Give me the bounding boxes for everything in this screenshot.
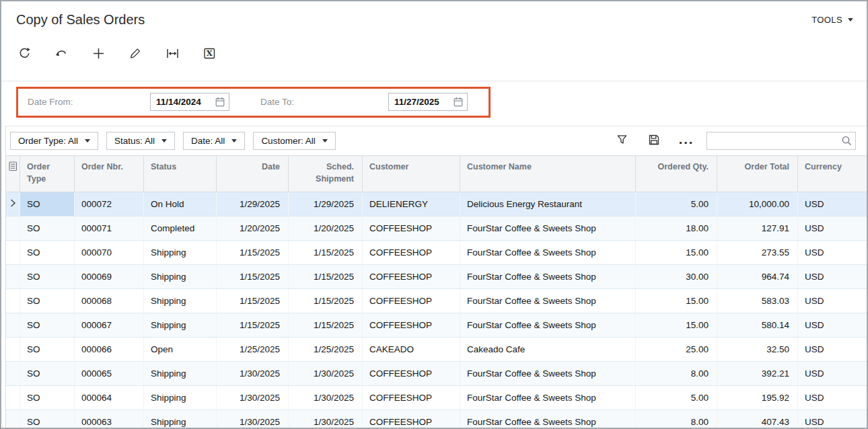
cell-orderNbr[interactable]: 000065 (75, 362, 144, 385)
cell-date[interactable]: 1/25/2025 (217, 338, 289, 361)
save-filter-button[interactable] (647, 134, 661, 148)
column-header-customer[interactable]: Customer (363, 156, 460, 192)
cell-currency[interactable]: USD (798, 410, 867, 429)
filter-date[interactable]: Date: All (183, 132, 245, 150)
cell-schedShipment[interactable]: 1/15/2025 (289, 313, 363, 337)
cell-orderedQty[interactable]: 18.00 (636, 217, 717, 240)
cell-customerName[interactable]: FourStar Coffee & Sweets Shop (460, 289, 636, 313)
cell-schedShipment[interactable]: 1/15/2025 (289, 241, 363, 264)
cell-schedShipment[interactable]: 1/25/2025 (289, 338, 363, 361)
cell-customer[interactable]: CAKEADO (363, 338, 460, 361)
column-header-date[interactable]: Date (217, 156, 289, 192)
cell-currency[interactable]: USD (798, 338, 867, 361)
cell-orderNbr[interactable]: 000070 (75, 241, 144, 264)
cell-orderedQty[interactable]: 8.00 (636, 362, 717, 385)
column-header-orderTotal[interactable]: Order Total (717, 156, 798, 192)
grid-search-input[interactable] (707, 132, 856, 150)
cell-orderedQty[interactable]: 5.00 (636, 386, 717, 410)
cell-orderedQty[interactable]: 25.00 (636, 338, 717, 361)
add-button[interactable] (92, 48, 106, 62)
cell-customerName[interactable]: FourStar Coffee & Sweets Shop (460, 241, 636, 264)
cell-orderNbr[interactable]: 000071 (75, 217, 144, 240)
cell-customer[interactable]: COFFEESHOP (363, 313, 460, 337)
cell-orderNbr[interactable]: 000072 (75, 192, 144, 216)
row-gutter[interactable] (6, 313, 20, 337)
calendar-icon[interactable] (215, 97, 225, 107)
cell-status[interactable]: Shipping (144, 289, 217, 313)
cell-status[interactable]: On Hold (144, 192, 217, 216)
table-row[interactable]: SO000065Shipping1/30/20251/30/2025COFFEE… (6, 362, 867, 386)
row-gutter[interactable] (6, 338, 20, 361)
cell-orderTotal[interactable]: 10,000.00 (717, 192, 798, 216)
cell-orderedQty[interactable]: 15.00 (636, 313, 717, 337)
cell-orderType[interactable]: SO (20, 338, 75, 361)
cell-orderTotal[interactable]: 32.50 (717, 338, 798, 361)
cell-orderType[interactable]: SO (20, 410, 75, 429)
cell-orderNbr[interactable]: 000063 (75, 410, 144, 429)
column-header-orderedQty[interactable]: Ordered Qty. (636, 156, 717, 192)
date-to-field[interactable] (388, 93, 468, 111)
cell-orderType[interactable]: SO (20, 241, 75, 264)
calendar-icon[interactable] (454, 97, 463, 107)
cell-customer[interactable]: COFFEESHOP (363, 241, 460, 264)
cell-orderTotal[interactable]: 580.14 (717, 313, 798, 337)
column-header-customerName[interactable]: Customer Name (460, 156, 636, 192)
cell-schedShipment[interactable]: 1/15/2025 (289, 265, 363, 288)
cell-orderedQty[interactable]: 30.00 (636, 265, 717, 288)
cell-orderType[interactable]: SO (20, 217, 75, 240)
undo-button[interactable] (55, 48, 69, 62)
more-options-button[interactable]: ... (680, 134, 693, 148)
table-row[interactable]: SO000069Shipping1/15/20251/15/2025COFFEE… (6, 265, 867, 289)
cell-orderType[interactable]: SO (20, 313, 75, 337)
cell-customerName[interactable]: Delicious Energy Restaurant (460, 192, 636, 216)
refresh-button[interactable] (17, 48, 32, 62)
cell-date[interactable]: 1/30/2025 (217, 386, 289, 410)
cell-status[interactable]: Open (144, 338, 217, 361)
row-gutter[interactable] (6, 362, 20, 385)
cell-orderedQty[interactable]: 8.00 (636, 410, 717, 429)
cell-date[interactable]: 1/29/2025 (217, 192, 289, 216)
filter-order-type[interactable]: Order Type: All (10, 132, 98, 150)
row-gutter[interactable] (6, 386, 20, 410)
cell-orderType[interactable]: SO (20, 265, 75, 288)
cell-currency[interactable]: USD (798, 217, 867, 240)
cell-status[interactable]: Completed (144, 217, 217, 240)
row-gutter[interactable] (6, 289, 20, 313)
column-header-orderNbr[interactable]: Order Nbr. (75, 156, 144, 192)
cell-customerName[interactable]: FourStar Coffee & Sweets Shop (460, 410, 636, 429)
cell-schedShipment[interactable]: 1/30/2025 (289, 386, 363, 410)
cell-status[interactable]: Shipping (144, 265, 217, 288)
cell-date[interactable]: 1/15/2025 (217, 241, 289, 264)
date-from-input[interactable] (156, 97, 211, 107)
cell-orderTotal[interactable]: 964.74 (717, 265, 798, 288)
cell-status[interactable]: Shipping (144, 241, 217, 264)
cell-orderTotal[interactable]: 273.55 (717, 241, 798, 264)
filter-settings-button[interactable] (615, 134, 628, 148)
cell-schedShipment[interactable]: 1/20/2025 (289, 217, 363, 240)
cell-schedShipment[interactable]: 1/29/2025 (289, 192, 363, 216)
cell-customer[interactable]: COFFEESHOP (363, 265, 460, 288)
cell-customer[interactable]: COFFEESHOP (363, 217, 460, 240)
edit-button[interactable] (129, 48, 143, 62)
cell-date[interactable]: 1/15/2025 (217, 289, 289, 313)
cell-customer[interactable]: COFFEESHOP (363, 362, 460, 385)
cell-schedShipment[interactable]: 1/15/2025 (289, 289, 363, 313)
cell-currency[interactable]: USD (798, 289, 867, 313)
column-header-status[interactable]: Status (144, 156, 217, 192)
table-row[interactable]: SO000068Shipping1/15/20251/15/2025COFFEE… (6, 289, 867, 313)
cell-orderNbr[interactable]: 000069 (75, 265, 144, 288)
filter-customer[interactable]: Customer: All (253, 132, 335, 150)
filter-status[interactable]: Status: All (106, 132, 175, 150)
cell-orderTotal[interactable]: 583.03 (717, 289, 798, 313)
table-row[interactable]: SO000070Shipping1/15/20251/15/2025COFFEE… (6, 241, 867, 265)
row-gutter[interactable] (6, 241, 20, 264)
cell-customer[interactable]: COFFEESHOP (363, 289, 460, 313)
table-row[interactable]: SO000072On Hold1/29/20251/29/2025DELIENE… (6, 192, 867, 217)
cell-status[interactable]: Shipping (144, 313, 217, 337)
cell-orderType[interactable]: SO (20, 362, 75, 385)
table-row[interactable]: SO000071Completed1/20/20251/20/2025COFFE… (6, 217, 867, 241)
cell-status[interactable]: Shipping (144, 386, 217, 410)
cell-customerName[interactable]: FourStar Coffee & Sweets Shop (460, 265, 636, 288)
table-row[interactable]: SO000066Open1/25/20251/25/2025CAKEADOCak… (6, 338, 867, 362)
row-gutter[interactable] (6, 192, 20, 216)
